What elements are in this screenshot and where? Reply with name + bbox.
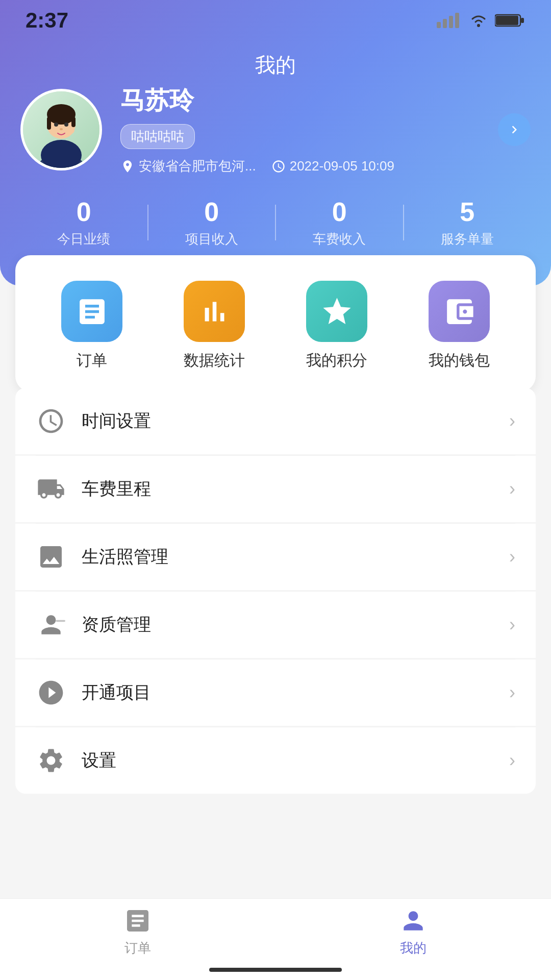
car-mileage-icon (36, 474, 66, 504)
status-bar: 2:37 (0, 0, 551, 41)
menu-label-cert-mgmt: 资质管理 (82, 613, 509, 636)
battery-icon (495, 13, 525, 28)
svg-rect-3 (455, 13, 459, 28)
stat-today-performance: 0 今日业绩 (20, 197, 147, 248)
quick-label-orders: 订单 (77, 350, 107, 371)
svg-rect-0 (437, 22, 441, 28)
quick-item-points[interactable]: 我的积分 (306, 281, 367, 371)
stat-today-value: 0 (20, 197, 147, 227)
svg-rect-13 (71, 117, 76, 127)
location-icon (120, 159, 135, 174)
cert-mgmt-icon (36, 609, 66, 640)
menu-arrow-car-mileage: › (509, 478, 515, 500)
menu-item-time-setting[interactable]: 时间设置 › (15, 388, 536, 454)
location-text: 安徽省合肥市包河... (139, 157, 256, 175)
quick-label-wallet: 我的钱包 (429, 350, 490, 371)
home-indicator (209, 968, 342, 972)
profile-name: 马苏玲 (120, 84, 498, 117)
menu-arrow-time-setting: › (509, 410, 515, 432)
settings-icon (36, 745, 66, 776)
menu-arrow-photo-mgmt: › (509, 546, 515, 568)
menu-label-time-setting: 时间设置 (82, 409, 509, 433)
quick-label-stats: 数据统计 (184, 350, 245, 371)
avatar[interactable] (20, 89, 102, 170)
datetime-text: 2022-09-05 10:09 (290, 158, 394, 174)
location-item: 安徽省合肥市包河... (120, 157, 256, 175)
profile-info: 马苏玲 咕咕咕咕 安徽省合肥市包河... 2022-09-05 10:09 (120, 84, 498, 175)
quick-label-points: 我的积分 (306, 350, 367, 371)
clock-icon (271, 159, 286, 174)
open-project-icon (36, 677, 66, 708)
svg-rect-1 (443, 19, 447, 28)
svg-point-4 (477, 24, 480, 27)
menu-list: 时间设置 › 车费里程 › 生活照管理 › 资质管理 (15, 388, 536, 794)
orders-icon (76, 295, 109, 328)
stats-icon-bg (184, 281, 245, 342)
stat-service-value: 5 (404, 197, 531, 227)
profile-chevron-button[interactable] (498, 113, 531, 146)
menu-label-open-project: 开通项目 (82, 681, 509, 704)
points-icon-bg (306, 281, 367, 342)
svg-rect-19 (56, 620, 65, 622)
svg-rect-6 (496, 16, 518, 25)
menu-item-cert-mgmt[interactable]: 资质管理 › (15, 592, 536, 658)
svg-point-15 (64, 122, 68, 127)
page-title: 我的 (0, 41, 551, 89)
tab-orders[interactable]: 订单 (0, 906, 276, 957)
stat-project-value: 0 (148, 197, 276, 227)
wifi-icon (468, 12, 489, 29)
stat-project-label: 项目收入 (148, 230, 276, 248)
menu-item-open-project[interactable]: 开通项目 › (15, 659, 536, 726)
tab-mine[interactable]: 我的 (276, 906, 551, 957)
time-setting-icon (36, 406, 66, 436)
tab-mine-label: 我的 (400, 939, 427, 957)
profile-section: 马苏玲 咕咕咕咕 安徽省合肥市包河... 2022-09-05 10:09 (20, 84, 531, 175)
datetime-item: 2022-09-05 10:09 (271, 158, 394, 174)
stat-project-income: 0 项目收入 (148, 197, 276, 248)
quick-menu: 订单 数据统计 我的积分 我的钱包 (31, 281, 520, 371)
stat-today-label: 今日业绩 (20, 230, 147, 248)
tab-orders-icon (123, 906, 152, 935)
svg-point-11 (47, 104, 76, 125)
status-icons (437, 12, 525, 29)
menu-item-car-mileage[interactable]: 车费里程 › (15, 456, 536, 522)
points-icon (320, 295, 354, 328)
stat-service-orders: 5 服务单量 (404, 197, 531, 248)
stat-car-label: 车费收入 (276, 230, 403, 248)
svg-point-14 (54, 122, 58, 127)
menu-arrow-cert-mgmt: › (509, 614, 515, 635)
profile-tag: 咕咕咕咕 (120, 124, 195, 149)
quick-item-stats[interactable]: 数据统计 (184, 281, 245, 371)
quick-item-wallet[interactable]: 我的钱包 (429, 281, 490, 371)
wallet-icon (443, 295, 476, 328)
svg-rect-7 (521, 18, 524, 23)
menu-item-settings[interactable]: 设置 › (15, 727, 536, 794)
status-time: 2:37 (26, 8, 68, 33)
svg-rect-2 (449, 16, 453, 28)
quick-item-orders[interactable]: 订单 (61, 281, 122, 371)
signal-icon (437, 13, 462, 28)
stats-icon (198, 295, 231, 328)
photo-mgmt-icon (36, 542, 66, 572)
tab-orders-label: 订单 (124, 939, 151, 957)
menu-arrow-open-project: › (509, 682, 515, 703)
menu-item-photo-mgmt[interactable]: 生活照管理 › (15, 524, 536, 590)
profile-meta: 安徽省合肥市包河... 2022-09-05 10:09 (120, 157, 498, 175)
stat-service-label: 服务单量 (404, 230, 531, 248)
svg-rect-12 (47, 117, 51, 130)
stat-car-value: 0 (276, 197, 403, 227)
menu-arrow-settings: › (509, 750, 515, 771)
tab-mine-icon (399, 906, 428, 935)
quick-menu-card: 订单 数据统计 我的积分 我的钱包 (15, 255, 536, 391)
stats-row: 0 今日业绩 0 项目收入 0 车费收入 5 服务单量 (20, 197, 531, 248)
stat-car-income: 0 车费收入 (276, 197, 403, 248)
menu-label-car-mileage: 车费里程 (82, 477, 509, 501)
menu-label-photo-mgmt: 生活照管理 (82, 545, 509, 569)
menu-label-settings: 设置 (82, 749, 509, 772)
svg-point-16 (60, 128, 63, 130)
orders-icon-bg (61, 281, 122, 342)
wallet-icon-bg (429, 281, 490, 342)
